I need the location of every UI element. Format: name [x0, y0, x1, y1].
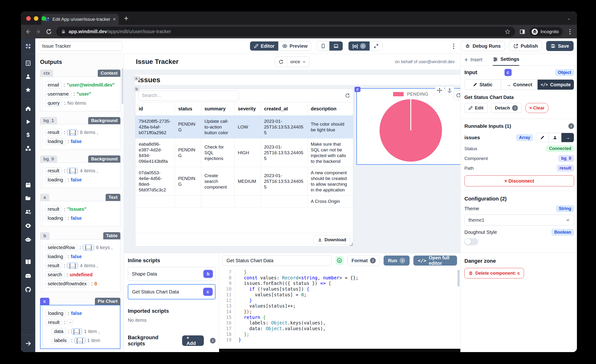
tab-search-chevron-icon[interactable]: ⌄	[567, 15, 571, 21]
diff-view-button[interactable]: |o| i	[349, 41, 370, 51]
browser-menu-icon[interactable]: ⋮	[567, 28, 573, 35]
table-row[interactable]: A Cross Origin	[135, 196, 353, 207]
code-line[interactable]: 17 data: Object.values(values),	[219, 326, 460, 332]
tab-settings[interactable]: Settings	[493, 54, 519, 66]
output-row[interactable]: query:No items	[45, 100, 118, 107]
code-line[interactable]: 13 values[status]++;	[219, 303, 460, 309]
output-row[interactable]: result:"Issues"	[45, 206, 118, 213]
table-row[interactable]: 794208f5-2735-428a-b4af-b071ff0a2962PEND…	[135, 116, 353, 139]
code-line[interactable]: 18 };	[219, 332, 460, 337]
user-icon[interactable]	[25, 74, 31, 80]
docs-book-icon[interactable]	[25, 259, 31, 265]
code-line[interactable]: 14 });	[219, 309, 460, 315]
doughnut-toggle[interactable]	[464, 238, 478, 245]
mode-compute-button[interactable]: </> Compute	[537, 80, 574, 90]
close-window-button[interactable]	[26, 16, 31, 21]
download-button[interactable]: Download	[313, 235, 350, 245]
column-header-id[interactable]: id	[135, 102, 175, 116]
arg-user-button[interactable]	[549, 133, 561, 142]
ai-robot-icon[interactable]	[25, 236, 31, 243]
browser-tab[interactable]: Edit App u/user/issue-tracker | ×	[41, 14, 119, 25]
output-section-b[interactable]: bTableselectedRow:{...}6 keys ,loading:f…	[40, 232, 120, 292]
output-row[interactable]: loading:false	[45, 253, 118, 260]
desktop-view-button[interactable]	[329, 41, 343, 51]
code-line[interactable]: 19}	[219, 337, 460, 343]
app-canvas[interactable]: a Issues b Search...	[124, 70, 460, 253]
output-row[interactable]: result:[...]4 items ,	[45, 262, 118, 269]
tab-insert[interactable]: + Insert	[464, 54, 482, 65]
output-row[interactable]: email:"user@windmill.dev"	[45, 82, 118, 89]
table-refresh-icon[interactable]	[345, 93, 350, 98]
add-background-script-button[interactable]: + Add	[182, 335, 204, 346]
new-tab-button[interactable]: +	[124, 14, 128, 23]
workspace-icon[interactable]	[25, 60, 31, 66]
connected-path-badge[interactable]: result	[557, 165, 574, 172]
output-section-bg_0[interactable]: bg_0Backgroundresult:[...]4 items ,loadi…	[40, 156, 120, 188]
output-row[interactable]: search:undefined	[45, 271, 118, 278]
variables-dollar-icon[interactable]: $	[25, 132, 31, 138]
output-row[interactable]: selectedRow:{...}6 keys ,	[45, 244, 118, 251]
side-panel-icon[interactable]	[520, 29, 525, 35]
minimize-window-button[interactable]	[34, 16, 38, 21]
component-id-badge-a[interactable]: a	[133, 76, 139, 81]
table-component[interactable]: b Search... idstatussummaryseveritycreat…	[135, 89, 353, 246]
anchor-component-handle[interactable]	[445, 86, 454, 94]
output-section-id[interactable]: b	[40, 232, 50, 239]
publish-button[interactable]: Publish	[509, 41, 542, 51]
component-id-badge-b[interactable]: b	[134, 87, 140, 92]
outputs-scrollbar[interactable]	[122, 68, 123, 104]
pie-chart-component[interactable]: c PENDING	[356, 88, 460, 165]
code-line[interactable]: 9 issues.forEach(({ status }) => {	[219, 281, 460, 286]
format-button[interactable]: Formati	[348, 255, 380, 266]
table-search-input[interactable]: Search...	[138, 91, 239, 101]
home-icon[interactable]	[25, 106, 31, 112]
output-section-id[interactable]: bg_0	[40, 156, 57, 163]
script-name-input[interactable]: Get Status Chart Data	[223, 255, 332, 266]
output-section-bg_1[interactable]: bg_1Backgroundresult:[...]8 items ,loadi…	[40, 117, 120, 150]
info-icon[interactable]: i	[210, 338, 216, 343]
pie-chart[interactable]	[380, 99, 442, 162]
more-menu-icon[interactable]: ⋮	[451, 42, 457, 50]
debug-runs-button[interactable]: Debug Runs	[461, 41, 505, 51]
groups-icon[interactable]	[25, 208, 31, 215]
preview-tab[interactable]: Preview	[278, 41, 311, 51]
output-row[interactable]: selectedRowIndex:0	[45, 280, 118, 287]
app-name-input[interactable]: Issue Tracker	[39, 41, 123, 51]
clear-button[interactable]: × Clear	[525, 103, 549, 113]
editor-tab[interactable]: Editor	[250, 41, 278, 51]
refresh-mode-dropdown[interactable]: once	[287, 57, 309, 67]
forward-icon[interactable]	[35, 29, 41, 35]
output-row[interactable]: labels:[...]1 item	[52, 337, 118, 344]
mode-static-button[interactable]: Static	[465, 80, 501, 90]
info-icon[interactable]: i	[568, 123, 574, 129]
code-line[interactable]: 11 values[status] = 0;	[219, 292, 460, 298]
code-line[interactable]: 7 }	[219, 269, 460, 275]
output-row[interactable]: result:[...]8 items ,	[45, 129, 118, 136]
output-section-id[interactable]: a	[40, 194, 49, 201]
column-header-severity[interactable]: severity	[234, 102, 261, 116]
windmill-logo[interactable]	[21, 38, 35, 54]
delete-component-button[interactable]: Delete component: c	[464, 268, 524, 278]
code-line[interactable]: 16 labels: Object.keys(values),	[219, 320, 460, 326]
code-line[interactable]: 8 const values: Record<string, number> =…	[219, 275, 460, 281]
column-header-status[interactable]: status	[175, 102, 201, 116]
output-section-id[interactable]: ctx	[40, 70, 53, 77]
open-full-editor-button[interactable]: </> Open full editor	[413, 256, 457, 266]
output-section-a[interactable]: aTextresult:"Issues"loading:false	[40, 194, 120, 226]
maximize-window-button[interactable]	[41, 16, 46, 21]
text-component[interactable]: a Issues	[135, 75, 460, 85]
component-id-badge-c[interactable]: c	[355, 87, 360, 92]
chart-legend[interactable]: PENDING	[357, 91, 460, 97]
output-section-c[interactable]: cPie Chartloading:falseresult:-data:[...…	[40, 298, 120, 349]
resources-cubes-icon[interactable]	[25, 145, 31, 152]
output-row[interactable]: result:-	[45, 319, 118, 326]
script-item-get-status-chart-data[interactable]: Get Status Chart Data c	[128, 284, 216, 299]
folders-icon[interactable]	[25, 195, 31, 201]
code-line[interactable]: 15 return {	[219, 315, 460, 320]
output-row[interactable]: result:[...]4 items ,	[45, 167, 118, 174]
save-button[interactable]: Save	[546, 41, 574, 51]
run-button[interactable]: Runi	[384, 256, 410, 266]
output-row[interactable]: username:"user"	[45, 91, 118, 97]
output-row[interactable]: loading:false	[45, 215, 118, 222]
editor-scrollbar[interactable]	[457, 270, 460, 287]
